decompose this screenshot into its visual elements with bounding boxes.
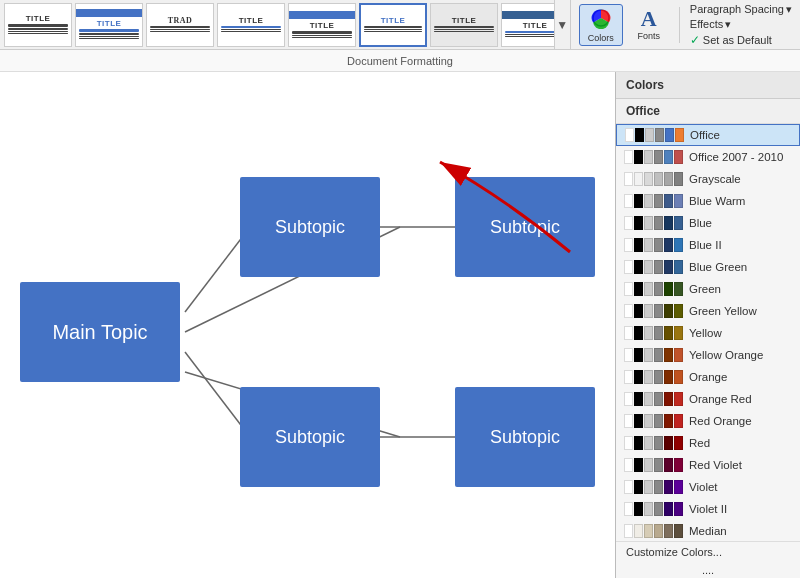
swatch bbox=[664, 304, 673, 318]
style-item-0[interactable]: TITLE bbox=[4, 3, 72, 47]
style-item-7[interactable]: Title bbox=[501, 3, 555, 47]
swatch-group-office-2007 bbox=[624, 150, 683, 164]
toolbar-divider bbox=[679, 7, 680, 43]
style-item-5[interactable]: TITLE bbox=[359, 3, 427, 47]
swatch bbox=[644, 260, 653, 274]
color-item-yellow[interactable]: Yellow bbox=[616, 322, 800, 344]
paragraph-spacing-arrow: ▾ bbox=[786, 3, 792, 16]
swatch bbox=[664, 282, 673, 296]
toolbar-options: Paragraph Spacing ▾ Effects ▾ ✓ Set as D… bbox=[690, 2, 792, 48]
color-item-orange-red[interactable]: Orange Red bbox=[616, 388, 800, 410]
swatch bbox=[644, 348, 653, 362]
style-item-6[interactable]: Title bbox=[430, 3, 498, 47]
swatch bbox=[644, 194, 653, 208]
mindmap: Main Topic Subtopic Subtopic Subtopic Su… bbox=[10, 122, 610, 562]
swatch bbox=[644, 370, 653, 384]
swatch bbox=[654, 150, 663, 164]
swatch bbox=[654, 326, 663, 340]
color-item-red[interactable]: Red bbox=[616, 432, 800, 454]
swatch bbox=[644, 458, 653, 472]
swatch-group-green bbox=[624, 282, 683, 296]
style-gallery: TITLETITLETradTitleTitleTITLETitleTitleT… bbox=[0, 0, 555, 49]
swatch bbox=[674, 326, 683, 340]
color-item-median[interactable]: Median bbox=[616, 520, 800, 541]
customize-colors-button[interactable]: Customize Colors... bbox=[616, 541, 800, 562]
swatch bbox=[664, 216, 673, 230]
set-default-option[interactable]: ✓ Set as Default bbox=[690, 32, 792, 48]
swatch bbox=[644, 304, 653, 318]
style-item-2[interactable]: Trad bbox=[146, 3, 214, 47]
fonts-button[interactable]: A Fonts bbox=[627, 4, 671, 46]
color-item-label-violet: Violet bbox=[689, 481, 718, 493]
main-topic-box: Main Topic bbox=[20, 282, 180, 382]
swatch bbox=[634, 502, 643, 516]
color-item-office-2007[interactable]: Office 2007 - 2010 bbox=[616, 146, 800, 168]
swatch bbox=[654, 238, 663, 252]
color-item-green[interactable]: Green bbox=[616, 278, 800, 300]
effects-option[interactable]: Effects ▾ bbox=[690, 17, 792, 32]
colors-button[interactable]: Colors bbox=[579, 4, 623, 46]
swatch bbox=[644, 150, 653, 164]
color-item-label-grayscale: Grayscale bbox=[689, 173, 741, 185]
color-item-office[interactable]: Office bbox=[616, 124, 800, 146]
swatch bbox=[664, 194, 673, 208]
swatch bbox=[634, 282, 643, 296]
swatch bbox=[645, 128, 654, 142]
swatch bbox=[644, 436, 653, 450]
gallery-scroll-arrow[interactable]: ▼ bbox=[555, 0, 571, 49]
colors-group-header: Office bbox=[616, 99, 800, 124]
swatch bbox=[644, 326, 653, 340]
set-default-label: Set as Default bbox=[703, 34, 772, 46]
swatch bbox=[624, 194, 633, 208]
style-item-1[interactable]: TITLE bbox=[75, 3, 143, 47]
color-item-label-orange: Orange bbox=[689, 371, 727, 383]
color-item-red-violet[interactable]: Red Violet bbox=[616, 454, 800, 476]
swatch bbox=[634, 216, 643, 230]
color-item-yellow-orange[interactable]: Yellow Orange bbox=[616, 344, 800, 366]
color-item-label-blue-warm: Blue Warm bbox=[689, 195, 745, 207]
swatch bbox=[624, 502, 633, 516]
swatch-group-yellow-orange bbox=[624, 348, 683, 362]
canvas: Main Topic Subtopic Subtopic Subtopic Su… bbox=[0, 72, 615, 578]
swatch bbox=[634, 194, 643, 208]
swatch bbox=[654, 502, 663, 516]
swatch bbox=[634, 370, 643, 384]
swatch bbox=[644, 238, 653, 252]
color-item-blue-green[interactable]: Blue Green bbox=[616, 256, 800, 278]
swatch bbox=[664, 414, 673, 428]
swatch bbox=[634, 304, 643, 318]
color-item-orange[interactable]: Orange bbox=[616, 366, 800, 388]
swatch bbox=[624, 238, 633, 252]
swatch bbox=[664, 524, 673, 538]
swatch bbox=[674, 458, 683, 472]
swatch bbox=[654, 458, 663, 472]
swatch bbox=[624, 480, 633, 494]
color-item-violet[interactable]: Violet bbox=[616, 476, 800, 498]
swatch-group-green-yellow bbox=[624, 304, 683, 318]
paragraph-spacing-option[interactable]: Paragraph Spacing ▾ bbox=[690, 2, 792, 17]
swatch bbox=[634, 414, 643, 428]
style-item-3[interactable]: Title bbox=[217, 3, 285, 47]
color-item-blue-ii[interactable]: Blue II bbox=[616, 234, 800, 256]
color-item-label-yellow: Yellow bbox=[689, 327, 722, 339]
color-item-blue-warm[interactable]: Blue Warm bbox=[616, 190, 800, 212]
color-item-label-blue: Blue bbox=[689, 217, 712, 229]
colors-list[interactable]: OfficeOffice 2007 - 2010GrayscaleBlue Wa… bbox=[616, 124, 800, 541]
color-item-grayscale[interactable]: Grayscale bbox=[616, 168, 800, 190]
swatch bbox=[634, 458, 643, 472]
color-item-violet-ii[interactable]: Violet II bbox=[616, 498, 800, 520]
swatch-group-orange-red bbox=[624, 392, 683, 406]
swatch bbox=[644, 392, 653, 406]
color-item-red-orange[interactable]: Red Orange bbox=[616, 410, 800, 432]
swatch bbox=[625, 128, 634, 142]
swatch bbox=[634, 348, 643, 362]
swatch bbox=[674, 524, 683, 538]
color-item-blue[interactable]: Blue bbox=[616, 212, 800, 234]
style-item-4[interactable]: Title bbox=[288, 3, 356, 47]
swatch bbox=[664, 436, 673, 450]
color-item-green-yellow[interactable]: Green Yellow bbox=[616, 300, 800, 322]
swatch bbox=[624, 370, 633, 384]
color-item-label-office: Office bbox=[690, 129, 720, 141]
swatch bbox=[674, 260, 683, 274]
more-dots: .... bbox=[616, 562, 800, 578]
